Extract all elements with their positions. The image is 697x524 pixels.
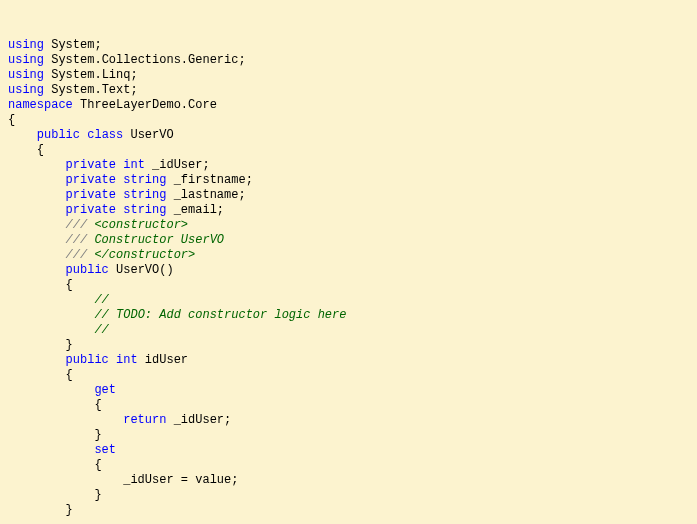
code-line: _idUser = value; — [8, 473, 689, 488]
code-line: private int _idUser; — [8, 158, 689, 173]
code-line: { — [8, 278, 689, 293]
code-line: // — [8, 323, 689, 338]
code-line: using System.Collections.Generic; — [8, 53, 689, 68]
code-line: { — [8, 458, 689, 473]
code-line: // — [8, 293, 689, 308]
code-line: set — [8, 443, 689, 458]
code-line: { — [8, 398, 689, 413]
code-line: using System.Linq; — [8, 68, 689, 83]
code-line: { — [8, 143, 689, 158]
code-line: public int idUser — [8, 353, 689, 368]
code-line: // TODO: Add constructor logic here — [8, 308, 689, 323]
code-block: using System;using System.Collections.Ge… — [8, 38, 689, 518]
code-line: { — [8, 368, 689, 383]
code-line: private string _firstname; — [8, 173, 689, 188]
code-line: public class UserVO — [8, 128, 689, 143]
code-line: /// </constructor> — [8, 248, 689, 263]
code-line: } — [8, 338, 689, 353]
code-line: return _idUser; — [8, 413, 689, 428]
code-line: get — [8, 383, 689, 398]
code-line: /// <constructor> — [8, 218, 689, 233]
code-line: public UserVO() — [8, 263, 689, 278]
code-line: } — [8, 488, 689, 503]
code-line: private string _email; — [8, 203, 689, 218]
code-line: { — [8, 113, 689, 128]
code-line: } — [8, 503, 689, 518]
code-line: using System; — [8, 38, 689, 53]
code-line: } — [8, 428, 689, 443]
code-line: private string _lastname; — [8, 188, 689, 203]
code-line: using System.Text; — [8, 83, 689, 98]
code-line: namespace ThreeLayerDemo.Core — [8, 98, 689, 113]
code-line: /// Constructor UserVO — [8, 233, 689, 248]
